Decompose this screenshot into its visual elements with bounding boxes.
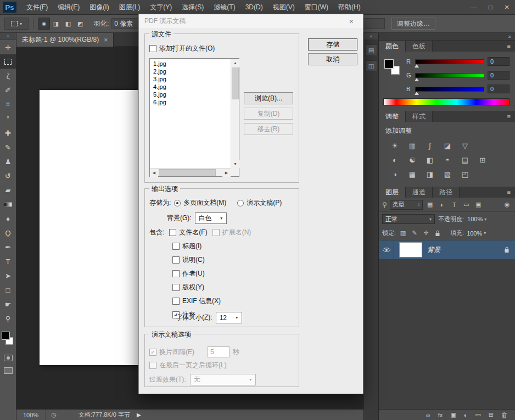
tool-preset-picker[interactable]: ▾ [4,18,29,30]
status-menu-arrow-icon[interactable]: ▶ [137,412,141,418]
horizontal-scrollbar[interactable]: ◀ ▶ [150,168,231,176]
color-lookup-icon[interactable]: ⊞ [477,155,489,165]
dodge-tool[interactable]: Ϙ [0,226,16,240]
scroll-up-icon[interactable]: ▲ [231,59,239,67]
tab-layers[interactable]: 图层 [379,187,406,198]
intersect-selection-mode-button[interactable]: ◩ [74,18,86,30]
menu-help[interactable]: 帮助(H) [333,0,366,15]
document-tab[interactable]: 未标题-1 @ 100%(RGB/8) × [16,33,114,47]
brush-tool[interactable]: ✎ [0,140,16,154]
cancel-button[interactable]: 取消 [308,53,357,65]
lock-transparency-icon[interactable]: ▨ [399,229,407,238]
dialog-close-icon[interactable]: × [345,16,357,26]
menu-image[interactable]: 图像(I) [85,0,114,15]
list-item[interactable]: 5.jpg [150,91,231,98]
radio[interactable] [237,200,244,206]
list-item[interactable]: 1.jpg [150,60,231,68]
menu-edit[interactable]: 编辑(E) [53,0,85,15]
gradient-tool[interactable] [0,197,16,211]
crop-tool[interactable]: ⌗ [0,97,16,111]
list-item[interactable]: 3.jpg [150,75,231,83]
menu-3d[interactable]: 3D(D) [240,0,268,15]
tab-adjustments[interactable]: 调整 [379,111,406,122]
scroll-left-icon[interactable]: ◀ [150,169,158,177]
presentation-radio[interactable]: 演示文稿(P) [237,198,282,208]
refine-edge-button[interactable]: 调整边缘… [391,18,435,30]
gradient-map-icon[interactable]: ▧ [441,169,454,179]
menu-select[interactable]: 选择(S) [177,0,209,15]
caption-checkbox[interactable]: 说明(C) [172,255,221,265]
menu-view[interactable]: 视图(V) [268,0,300,15]
levels-icon[interactable]: ▥ [406,141,418,150]
layer-thumbnail[interactable] [399,242,422,257]
filter-type-layers-icon[interactable]: T [450,200,459,210]
checkbox[interactable] [172,270,180,277]
feather-input[interactable]: 0 像素 [111,18,140,29]
menu-type[interactable]: 文字(Y) [145,0,177,15]
checkbox[interactable] [172,243,180,250]
layer-style-icon[interactable]: fx [438,412,443,418]
lock-image-icon[interactable]: ✎ [410,229,419,238]
panel-menu-icon[interactable]: ≡ [507,113,515,120]
opacity-field[interactable]: 100% ▾ [467,216,486,222]
vibrance-icon[interactable]: ▽ [459,141,471,150]
menu-window[interactable]: 窗口(W) [300,0,333,15]
channel-mixer-icon[interactable]: ▤ [459,155,471,165]
author-checkbox[interactable]: 作者(U) [172,269,221,278]
checkbox[interactable] [169,229,176,236]
color-balance-icon[interactable]: ☯ [406,155,418,165]
quick-mask-button[interactable] [4,355,13,361]
menu-filter[interactable]: 滤镜(T) [209,0,240,15]
black-white-icon[interactable]: ◧ [424,155,436,165]
add-layer-mask-icon[interactable]: ▣ [450,411,456,418]
blue-value-field[interactable]: 0 [488,85,510,93]
checkbox[interactable] [172,284,180,291]
multipage-radio[interactable]: 多页面文档(M) [174,198,226,208]
filter-smart-objects-icon[interactable]: ▣ [474,200,483,210]
foreground-color-swatch[interactable] [384,59,394,69]
quick-selection-tool[interactable]: ✐ [0,83,16,97]
collapsed-panel-icon-2[interactable]: ◫ [366,60,377,72]
selective-color-icon[interactable]: ◰ [459,169,471,179]
document-canvas[interactable] [40,90,142,365]
hue-saturation-icon[interactable]: ◐ [389,155,401,165]
menu-layer[interactable]: 图层(L) [114,0,145,15]
delete-layer-icon[interactable] [501,412,507,418]
minimize-button[interactable]: — [466,4,482,10]
foreground-color-swatch[interactable] [2,332,10,340]
new-selection-mode-button[interactable]: ■ [38,18,50,30]
new-layer-icon[interactable]: ⊞ [489,411,494,418]
link-layers-icon[interactable]: ∞ [426,412,430,418]
tab-styles[interactable]: 样式 [406,111,433,122]
layer-filter-kind-dropdown[interactable]: 类型 ↕ [390,200,423,210]
green-slider[interactable] [415,73,484,78]
filter-adjustment-layers-icon[interactable]: ◐ [438,200,447,210]
blur-tool[interactable]: ♦ [0,211,16,226]
tab-close-icon[interactable]: × [104,36,108,44]
add-open-files-checkbox[interactable]: 添加打开的文件(O) [149,44,215,53]
list-item[interactable]: 4.jpg [150,83,231,91]
filename-checkbox[interactable]: 文件名(F) [169,228,207,237]
scrollbar-thumb[interactable] [159,169,216,176]
source-files-listbox[interactable]: 1.jpg 2.jpg 3.jpg 4.jpg 5.jpg 6.jpg ▲ ▼ … [149,58,239,177]
exposure-icon[interactable]: ◪ [441,141,454,150]
background-dropdown[interactable]: 白色 ▾ [195,212,227,224]
copyright-checkbox[interactable]: 版权(Y) [172,283,221,292]
posterize-icon[interactable]: ▦ [406,169,418,179]
color-swatches-widget[interactable] [0,330,16,350]
panel-color-swatches[interactable] [384,59,404,79]
type-tool[interactable]: T [0,254,16,268]
checkbox[interactable] [149,45,156,52]
blue-slider[interactable] [415,87,484,92]
lock-all-icon[interactable] [433,229,442,238]
maximize-button[interactable]: □ [482,4,499,10]
zoom-level-field[interactable]: 100% [16,410,46,420]
close-button[interactable]: ✕ [499,4,515,11]
rectangular-marquee-tool[interactable] [0,54,16,69]
background-lock-icon[interactable] [504,247,510,253]
invert-icon[interactable]: ◑ [389,169,401,179]
vertical-scrollbar[interactable]: ▲ ▼ [231,59,239,168]
add-to-selection-mode-button[interactable]: ◨ [50,18,62,30]
threshold-icon[interactable]: ◨ [424,169,436,179]
panel-menu-icon[interactable]: ≡ [507,189,515,195]
